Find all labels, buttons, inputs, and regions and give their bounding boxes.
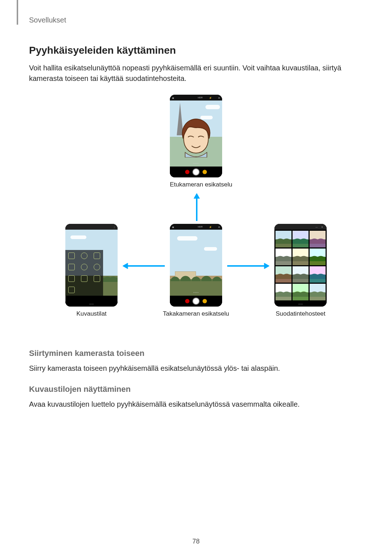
phone-front-bottombar: • • • •	[170, 167, 222, 177]
svg-marker-1	[194, 193, 200, 198]
phone-front-camera: ▣ HDR ⚡ ⚙	[170, 95, 222, 177]
document-page: Sovellukset Pyyhkäisyeleiden käyttäminen…	[0, 0, 392, 554]
effects-button-icon	[203, 299, 207, 303]
camera-icon: ▣	[172, 97, 174, 99]
phone-filters-topbar: — ✕	[274, 224, 327, 230]
phone-rear-topbar: ▣ HDR ⚡ ⚙	[170, 224, 222, 230]
filters-grid	[274, 230, 327, 301]
arrow-right-icon	[227, 262, 269, 270]
hdr-label: HDR	[198, 97, 203, 99]
section-show-modes: Kuvaustilojen näyttäminen Avaa kuvaustil…	[29, 385, 363, 410]
page-title: Pyyhkäisyeleiden käyttäminen	[29, 45, 363, 56]
body-modes: Avaa kuvaustilojen luettelo pyyhkäisemäl…	[29, 399, 363, 410]
filter-thumbnail	[310, 249, 326, 265]
phone-front-screen	[170, 100, 222, 167]
camera-icon: ▣	[172, 226, 174, 228]
record-button-icon	[185, 299, 189, 303]
body-switch: Siirry kamerasta toiseen pyyhkäisemällä …	[29, 363, 363, 374]
phone-filters-bottombar: • • • •	[274, 301, 327, 307]
caption-modes: Kuvaustilat	[65, 310, 118, 317]
phone-rear-bottombar: • • • •	[170, 296, 222, 307]
breadcrumb: Sovellukset	[29, 16, 363, 24]
phone-rear-camera: ▣ HDR ⚡ ⚙ • • • •	[170, 224, 222, 307]
settings-icon: ⚙	[218, 97, 220, 99]
flash-icon: ⚡	[209, 226, 212, 228]
caption-rear: Takakameran esikatselu	[159, 310, 233, 317]
phone-filters: — ✕ • • • •	[274, 224, 327, 307]
arrow-up-icon	[193, 193, 200, 221]
filter-thumbnail	[275, 266, 291, 283]
mode-grid	[65, 250, 103, 296]
hdr-label: HDR	[198, 226, 203, 228]
filter-thumbnail	[293, 266, 309, 283]
section-switch-cameras: Siirtyminen kamerasta toiseen Siirry kam…	[29, 349, 363, 374]
filter-thumbnail	[310, 266, 326, 283]
phone-rear-screen	[170, 230, 222, 296]
filter-thumbnail	[275, 249, 291, 265]
filter-thumbnail	[293, 249, 309, 265]
filter-thumbnail	[275, 284, 291, 300]
filter-thumbnail	[293, 231, 309, 247]
intro-paragraph: Voit hallita esikatselunäyttöä nopeasti …	[29, 63, 363, 84]
page-number: 78	[0, 538, 392, 545]
subheading-modes: Kuvaustilojen näyttäminen	[29, 385, 363, 394]
arrow-left-icon	[123, 262, 165, 270]
flash-icon: ⚡	[209, 97, 212, 99]
close-icon: — ✕	[315, 226, 324, 228]
phone-modes: ⋮ • • • •	[65, 224, 118, 307]
settings-icon: ⚙	[218, 226, 220, 228]
more-icon: ⋮	[113, 226, 115, 228]
shutter-button-icon	[192, 168, 200, 176]
filter-thumbnail	[275, 231, 291, 247]
svg-marker-5	[264, 263, 269, 269]
phone-modes-topbar: ⋮	[65, 224, 118, 230]
shutter-button-icon	[192, 297, 200, 305]
phone-front-topbar: ▣ HDR ⚡ ⚙	[170, 95, 222, 100]
record-button-icon	[185, 170, 189, 174]
svg-marker-3	[123, 263, 128, 269]
filter-thumbnail	[310, 284, 326, 300]
caption-filters: Suodatintehosteet	[264, 310, 338, 317]
page-tab-marker	[17, 0, 18, 25]
effects-button-icon	[203, 170, 207, 174]
subheading-switch: Siirtyminen kamerasta toiseen	[29, 349, 363, 358]
phone-modes-screen	[65, 230, 118, 296]
selfie-face-illustration	[178, 118, 214, 157]
filter-thumbnail	[310, 231, 326, 247]
caption-front: Etukameran esikatselu	[170, 181, 222, 188]
swipe-gesture-figure: ▣ HDR ⚡ ⚙	[29, 95, 363, 334]
phone-modes-bottombar: • • • •	[65, 301, 118, 307]
filter-thumbnail	[293, 284, 309, 300]
